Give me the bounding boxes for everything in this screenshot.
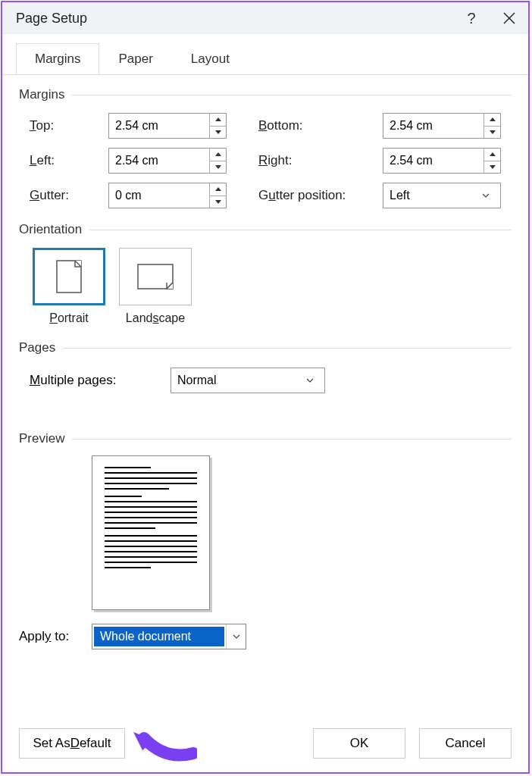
svg-marker-8 <box>490 152 496 156</box>
chevron-down-icon <box>226 624 246 649</box>
label-portrait: Portrait <box>49 311 89 325</box>
select-gutter-position[interactable]: Left <box>383 183 501 208</box>
select-gutter-position-value: Left <box>390 189 477 202</box>
chevron-down-icon <box>477 193 494 198</box>
spin-up-icon[interactable] <box>210 183 226 196</box>
cancel-button[interactable]: Cancel <box>419 728 512 759</box>
portrait-page-icon <box>56 260 82 293</box>
section-preview: Preview <box>19 431 512 446</box>
label-apply-to: Apply to: <box>19 629 92 644</box>
landscape-page-icon <box>137 264 174 289</box>
label-top: Top: <box>30 118 108 133</box>
select-multiple-pages[interactable]: Normal <box>171 368 325 393</box>
tab-strip: Margins Paper Layout <box>2 34 528 75</box>
titlebar: Page Setup ? <box>2 2 528 34</box>
svg-marker-11 <box>215 200 221 204</box>
chevron-down-icon <box>302 378 318 383</box>
svg-marker-7 <box>215 165 221 169</box>
svg-marker-5 <box>490 130 496 134</box>
spin-down-icon[interactable] <box>210 127 226 139</box>
label-left: Left: <box>30 153 108 168</box>
svg-marker-6 <box>215 152 221 156</box>
tab-layout[interactable]: Layout <box>172 43 249 75</box>
svg-marker-2 <box>215 117 221 121</box>
spin-down-icon[interactable] <box>484 161 500 174</box>
svg-rect-12 <box>57 261 81 293</box>
input-right-field[interactable] <box>383 149 483 173</box>
page-setup-dialog: Page Setup ? Margins Paper Layout Margin… <box>1 1 530 774</box>
preview-page <box>92 455 210 610</box>
tab-paper[interactable]: Paper <box>99 43 171 75</box>
set-as-default-button[interactable]: Set As Default <box>19 728 125 759</box>
label-gutter: Gutter: <box>30 188 108 203</box>
svg-marker-3 <box>215 130 221 134</box>
orientation-portrait[interactable] <box>33 248 105 305</box>
tab-margins[interactable]: Margins <box>16 43 99 75</box>
section-margins: Margins <box>19 87 512 102</box>
label-gutter-position: Gutter position: <box>258 188 383 203</box>
input-bottom-field[interactable] <box>383 114 483 138</box>
label-landscape: Landscape <box>126 311 185 325</box>
svg-marker-4 <box>490 117 496 121</box>
svg-rect-14 <box>138 264 173 289</box>
label-right: Right: <box>258 153 383 168</box>
select-apply-to[interactable]: Whole document <box>92 624 246 649</box>
input-gutter-field[interactable] <box>109 183 209 208</box>
spin-up-icon[interactable] <box>484 149 500 161</box>
input-left[interactable] <box>108 148 227 174</box>
spin-up-icon[interactable] <box>210 149 226 161</box>
label-multiple-pages: Multiple pages: <box>30 373 171 388</box>
help-button[interactable]: ? <box>452 2 490 34</box>
select-apply-to-value: Whole document <box>94 627 224 646</box>
spin-down-icon[interactable] <box>210 161 226 174</box>
select-multiple-pages-value: Normal <box>177 374 302 387</box>
input-left-field[interactable] <box>109 149 209 173</box>
spin-up-icon[interactable] <box>484 114 500 127</box>
ok-button[interactable]: OK <box>313 728 405 759</box>
input-right[interactable] <box>383 148 501 174</box>
svg-marker-9 <box>490 165 496 169</box>
spin-down-icon[interactable] <box>484 127 500 139</box>
input-bottom[interactable] <box>383 113 501 139</box>
svg-marker-10 <box>215 187 221 191</box>
dialog-title: Page Setup <box>16 11 87 27</box>
close-button[interactable] <box>490 2 528 34</box>
label-bottom: Bottom: <box>258 118 383 133</box>
annotation-arrow-icon <box>129 721 197 770</box>
input-top-field[interactable] <box>109 114 209 138</box>
orientation-landscape[interactable] <box>119 248 192 305</box>
input-top[interactable] <box>108 113 227 139</box>
spin-down-icon[interactable] <box>210 196 226 208</box>
spin-up-icon[interactable] <box>210 114 226 127</box>
section-pages: Pages <box>19 340 512 355</box>
section-orientation: Orientation <box>19 222 512 237</box>
input-gutter[interactable] <box>108 183 227 208</box>
